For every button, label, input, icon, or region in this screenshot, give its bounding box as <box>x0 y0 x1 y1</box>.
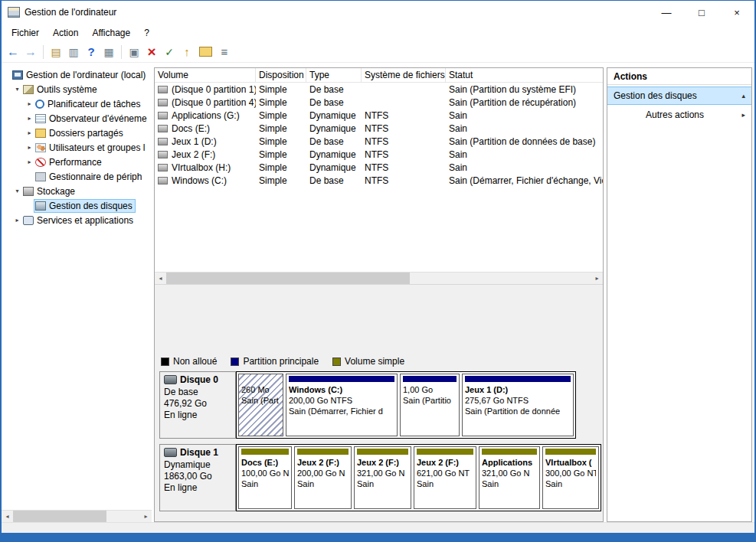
view-options-icon[interactable] <box>216 44 233 60</box>
menu-item[interactable]: Affichage <box>85 25 137 41</box>
chevron-icon[interactable]: ▴ <box>736 92 745 100</box>
tree-item[interactable]: ▸ Dossiers partagés <box>2 126 152 140</box>
volume-icon <box>158 151 168 158</box>
back-icon[interactable] <box>5 44 21 60</box>
partition-size: 621,00 Go NT <box>417 468 473 478</box>
check-volume-icon[interactable] <box>161 44 178 60</box>
volume-row[interactable]: (Disque 0 partition 1) Simple De base Sa… <box>155 83 603 96</box>
delete-volume-icon[interactable] <box>143 44 160 60</box>
disk-icon <box>164 375 177 384</box>
scrollbar-thumb[interactable] <box>166 273 410 284</box>
partition-block[interactable]: VIrtualbox ( 300,00 Go NT Sain <box>542 446 599 509</box>
scrollbar-thumb[interactable] <box>13 511 106 522</box>
column-header[interactable]: Disposition <box>256 68 306 82</box>
tree-item[interactable]: ▾ Outils système <box>2 82 152 96</box>
disk-title: Disque 1 <box>164 447 231 458</box>
tree-expander-icon[interactable]: ▸ <box>25 129 34 136</box>
column-header[interactable]: Type <box>306 68 362 82</box>
window-bottom-border <box>2 533 754 542</box>
legend-swatch <box>332 358 341 366</box>
tree-expander-icon[interactable]: ▸ <box>25 158 34 165</box>
legend-swatch <box>161 358 169 366</box>
close-button[interactable]: × <box>719 1 754 24</box>
volume-name-cell: Applications (G:) <box>155 109 256 122</box>
menu-item[interactable]: Action <box>46 25 85 41</box>
partition-block[interactable]: Jeux 2 (F:) 621,00 Go NT Sain <box>414 446 476 509</box>
disk-label[interactable]: Disque 0 De base 476,92 Go En ligne <box>159 371 236 439</box>
scroll-left-button[interactable] <box>2 511 13 522</box>
volume-row[interactable]: Jeux 1 (D:) Simple De base NTFS Sain (Pa… <box>155 135 603 148</box>
partition-block[interactable]: 260 Mo Sain (Part <box>238 374 283 436</box>
column-header[interactable]: Statut <box>446 68 603 82</box>
export-list-icon[interactable] <box>65 44 82 60</box>
volume-disposition: Simple <box>256 109 306 122</box>
disk-label[interactable]: Disque 1 Dynamique 1863,00 Go En ligne <box>159 444 236 511</box>
tree-item[interactable]: Gestion des disques <box>2 198 152 213</box>
volume-row[interactable]: VIrtualbox (H:) Simple Dynamique NTFS Sa… <box>155 161 603 174</box>
help-icon[interactable] <box>83 44 100 60</box>
volume-row[interactable]: Applications (G:) Simple Dynamique NTFS … <box>155 109 603 122</box>
partition-block[interactable]: Docs (E:) 100,00 Go N Sain <box>238 446 292 509</box>
computer-management-icon <box>12 70 23 80</box>
tree-item[interactable]: ▸ Utilisateurs et groupes l <box>2 140 152 155</box>
partition-name: Jeux 1 (D:) <box>465 384 571 395</box>
partition-block[interactable]: 1,00 Go Sain (Partitio <box>400 374 460 436</box>
volume-row[interactable]: (Disque 0 partition 4) Simple De base Sa… <box>155 96 603 109</box>
show-console-tree-icon[interactable] <box>47 44 64 60</box>
partition-size: 200,00 Go N <box>297 468 349 478</box>
tree-item[interactable]: ▸ Planificateur de tâches <box>2 96 152 111</box>
column-header[interactable]: Système de fichiers <box>362 68 446 82</box>
tree-item[interactable]: ▸ Performance <box>2 155 152 169</box>
volume-list-header: VolumeDispositionTypeSystème de fichiers… <box>155 68 603 83</box>
menu-item[interactable]: ? <box>137 25 156 41</box>
scroll-right-button[interactable] <box>591 273 603 284</box>
tree-item[interactable]: Gestionnaire de périph <box>2 169 152 184</box>
tree-expander-icon[interactable]: ▸ <box>25 100 34 107</box>
volume-row[interactable]: Jeux 2 (F:) Simple Dynamique NTFS Sain <box>155 148 603 161</box>
pane-splitter[interactable] <box>155 284 603 289</box>
volume-icon <box>158 138 168 145</box>
tree-item[interactable]: ▸ Observateur d'événeme <box>2 111 152 126</box>
disk-icon <box>164 448 177 457</box>
action-item[interactable]: Gestion des disques ▴ <box>607 87 751 105</box>
partition-size: 300,00 Go NT <box>545 468 596 478</box>
partition-name: Applications <box>482 457 537 468</box>
action-item[interactable]: Autres actions ▸ <box>607 106 751 123</box>
partition-block[interactable]: Jeux 2 (F:) 200,00 Go N Sain <box>294 446 352 509</box>
volume-row[interactable]: Windows (C:) Simple De base NTFS Sain (D… <box>155 174 603 187</box>
minimize-button[interactable]: — <box>649 1 684 24</box>
scroll-right-button[interactable] <box>140 511 152 522</box>
volume-row[interactable]: Docs (E:) Simple Dynamique NTFS Sain <box>155 122 603 135</box>
tree-item[interactable]: ▸ Services et applications <box>2 213 152 227</box>
partition-block[interactable]: Jeux 2 (F:) 321,00 Go N Sain <box>354 446 411 509</box>
tree-expander-icon[interactable]: ▸ <box>12 217 22 224</box>
tree-item[interactable]: ▾ Stockage <box>2 184 152 198</box>
partition-color-bar <box>289 376 394 382</box>
partition-name: Jeux 2 (F:) <box>417 457 473 468</box>
action-pane-icon[interactable] <box>126 44 142 60</box>
menu-item[interactable]: Fichier <box>5 25 46 41</box>
toolbar-separator <box>121 45 122 59</box>
open-folder-icon[interactable] <box>199 47 212 57</box>
forward-icon[interactable] <box>22 44 39 60</box>
partition-block[interactable]: Jeux 1 (D:) 275,67 Go NTFS Sain (Partiti… <box>462 374 574 436</box>
move-up-icon[interactable] <box>178 44 195 60</box>
chevron-icon[interactable]: ▸ <box>736 111 745 119</box>
tree-item-selection: Gestion de l'ordinateur (local) <box>11 69 148 81</box>
scrollbar-track[interactable] <box>166 273 591 284</box>
partition-block[interactable]: Windows (C:) 200,00 Go NTFS Sain (Démarr… <box>286 374 398 436</box>
column-header[interactable]: Volume <box>155 68 256 82</box>
partition-color-bar <box>241 449 289 455</box>
properties-icon[interactable] <box>100 44 117 60</box>
partition-block[interactable]: Applications 321,00 Go N Sain <box>479 446 540 509</box>
tree-expander-icon[interactable]: ▸ <box>25 115 34 122</box>
scroll-left-button[interactable] <box>155 273 166 284</box>
tree-expander-icon[interactable]: ▸ <box>25 144 34 151</box>
tree-item-label: Gestion de l'ordinateur (local) <box>26 70 146 80</box>
scrollbar-track[interactable] <box>13 511 140 522</box>
tree-expander-icon[interactable]: ▾ <box>12 86 22 93</box>
maximize-button[interactable]: □ <box>684 1 719 24</box>
tree-expander-icon[interactable]: ▾ <box>12 188 22 194</box>
tree-item-selection: Observateur d'événeme <box>34 113 149 125</box>
tree-item[interactable]: Gestion de l'ordinateur (local) <box>2 67 152 82</box>
